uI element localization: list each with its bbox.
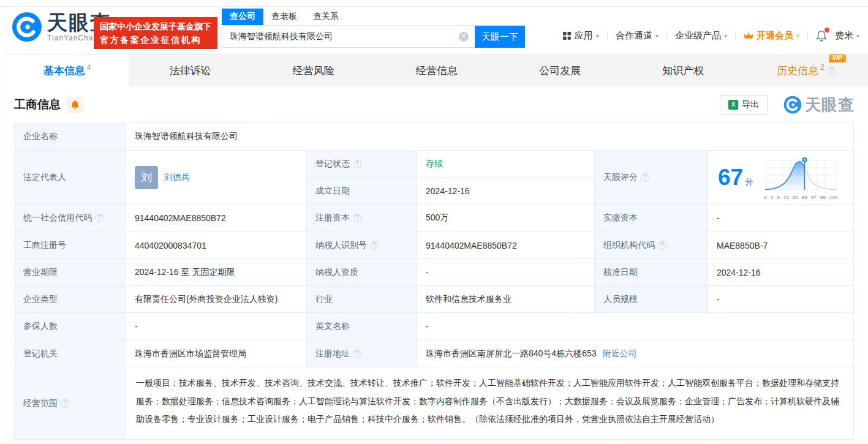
menu-apps[interactable]: 应用▾ xyxy=(562,30,599,42)
value-legal-rep: 刘 刘德兵 xyxy=(126,151,307,205)
vip-badge: VIP xyxy=(829,54,846,62)
chart-x-axis-ticks: 0131550859799100 xyxy=(764,195,837,200)
tianyancha-logo-icon xyxy=(12,12,42,42)
company-nav-tabs: 基本信息4 法律诉讼 经营风险 经营信息 公司发展 知识产权 历史信息2 ? V… xyxy=(6,54,868,87)
label-paid-capital: 实缴资本 xyxy=(595,205,708,232)
label-staff-size: 人员规模 xyxy=(595,286,708,313)
notifications-bell[interactable] xyxy=(816,30,827,42)
tab-intellectual-property[interactable]: 知识产权 xyxy=(622,55,745,87)
bell-curve-chart xyxy=(764,157,837,192)
tab-business-info[interactable]: 经营信息 xyxy=(375,55,498,87)
page-bottom-divider xyxy=(5,440,868,440)
certification-line2: 官方备案企业征信机构 xyxy=(100,33,211,47)
search-button[interactable]: 天眼一下 xyxy=(475,26,525,48)
tianyancha-watermark: 天眼查 xyxy=(783,94,855,116)
value-paid-capital: - xyxy=(708,205,854,232)
chevron-down-icon: ▾ xyxy=(796,32,799,39)
label-reg-status: 登记状态? xyxy=(307,151,417,178)
section-title: 工商信息 xyxy=(14,97,61,113)
tab-company-development[interactable]: 公司发展 xyxy=(499,55,622,87)
label-business-scope: 经营范围? xyxy=(15,367,126,440)
value-credit-code: 91440402MAE8850B72 xyxy=(126,205,307,232)
export-button[interactable]: X 导出 xyxy=(720,95,768,115)
value-reg-capital: 500万 xyxy=(417,205,595,232)
tab-business-risk[interactable]: 经营风险 xyxy=(252,55,375,87)
label-english-name: 英文名称 xyxy=(307,313,417,341)
value-taxpayer-quality: - xyxy=(417,259,595,286)
help-icon[interactable]: ? xyxy=(95,214,104,222)
help-icon[interactable]: ? xyxy=(641,173,649,182)
chevron-down-icon: ▾ xyxy=(596,32,599,39)
help-icon[interactable]: ? xyxy=(353,350,361,358)
help-icon[interactable]: ? xyxy=(828,67,836,75)
tab-basic-info[interactable]: 基本信息4 xyxy=(6,55,129,87)
value-reg-status: 存续 xyxy=(417,151,594,178)
label-legal-rep: 法定代表人 xyxy=(15,151,126,205)
menu-divider xyxy=(807,31,808,40)
value-company-type: 有限责任公司(外商投资企业法人独资) xyxy=(126,286,307,313)
label-industry: 行业 xyxy=(307,286,417,313)
label-company-type: 企业类型 xyxy=(15,286,126,313)
value-business-term: 2024-12-16 至 无固定期限 xyxy=(126,259,307,286)
help-icon[interactable]: ? xyxy=(353,160,361,168)
subscribe-bell-button[interactable] xyxy=(67,97,83,113)
label-reg-capital: 注册资本? xyxy=(307,205,417,232)
label-org-code: 组织机构代码? xyxy=(595,232,708,259)
help-icon[interactable]: ? xyxy=(353,214,361,222)
bell-icon xyxy=(70,100,80,110)
chevron-down-icon: ▾ xyxy=(724,32,727,39)
label-reg-authority: 登记机关 xyxy=(15,341,126,367)
clear-search-icon[interactable]: × xyxy=(459,32,469,42)
value-company-name: 珠海智谱领航科技有限公司 xyxy=(126,123,854,151)
tab-count: 4 xyxy=(87,63,91,72)
certification-line1: 国家中小企业发展子基金旗下 xyxy=(100,20,211,33)
menu-enterprise-products[interactable]: 企业级产品▾ xyxy=(675,30,727,42)
menu-open-vip[interactable]: 开通会员▾ xyxy=(744,30,799,42)
value-reg-address: 珠海市香洲区南屏屏北一路840号4栋六楼653 附近公司 xyxy=(417,341,854,367)
menu-user[interactable]: 费米▾ xyxy=(835,30,859,42)
help-icon[interactable]: ? xyxy=(370,241,379,250)
excel-icon: X xyxy=(728,100,738,110)
nearby-companies-link[interactable]: 附近公司 xyxy=(603,348,637,359)
certification-badge: 国家中小企业发展子基金旗下 官方备案企业征信机构 xyxy=(94,17,217,49)
score-number: 67 xyxy=(718,166,743,189)
tianyancha-watermark-icon xyxy=(783,96,802,114)
label-company-name: 企业名称 xyxy=(15,123,126,151)
search-input[interactable] xyxy=(222,26,475,48)
legal-rep-avatar[interactable]: 刘 xyxy=(135,166,158,189)
search-block: 查公司 查老板 查关系 × 天眼一下 xyxy=(222,9,525,48)
menu-divider xyxy=(666,31,667,40)
label-credit-code: 统一社会信用代码? xyxy=(15,205,126,232)
legal-rep-link[interactable]: 刘德兵 xyxy=(164,172,190,183)
site-header: 天眼查 TianYanCha.com 国家中小企业发展子基金旗下 官方备案企业征… xyxy=(6,7,868,54)
value-industry: 软件和信息技术服务业 xyxy=(417,286,595,313)
value-business-scope: 一般项目：技术服务、技术开发、技术咨询、技术交流、技术转让、技术推广；软件开发；… xyxy=(126,367,854,440)
value-english-name: - xyxy=(417,313,854,341)
value-staff-size: - xyxy=(708,286,854,313)
help-icon[interactable]: ? xyxy=(658,241,666,250)
score-distribution-chart: 0131550859799100 xyxy=(764,157,837,200)
chevron-down-icon: ▾ xyxy=(655,32,659,39)
label-approval-date: 核准日期 xyxy=(595,259,708,286)
label-insured-count: 参保人数 xyxy=(15,313,126,341)
value-tianyan-score: 67 分 xyxy=(708,151,854,205)
search-tab-company[interactable]: 查公司 xyxy=(222,9,263,25)
help-icon[interactable]: ? xyxy=(61,399,69,408)
section-header: 工商信息 X 导出 天眼查 xyxy=(6,87,868,122)
search-tab-relation[interactable]: 查关系 xyxy=(305,9,347,25)
label-taxpayer-id: 纳税人识别号? xyxy=(307,232,417,259)
value-reg-authority: 珠海市香洲区市场监督管理局 xyxy=(126,341,307,367)
search-tab-boss[interactable]: 查老板 xyxy=(263,9,305,25)
tab-legal-litigation[interactable]: 法律诉讼 xyxy=(129,55,252,87)
business-info-table: 企业名称 珠海智谱领航科技有限公司 法定代表人 刘 刘德兵 登记状态? 成立日期… xyxy=(14,122,854,440)
tab-count: 2 xyxy=(820,63,825,72)
label-reg-number: 工商注册号 xyxy=(15,232,126,259)
chevron-down-icon: ▾ xyxy=(856,32,859,39)
score-unit: 分 xyxy=(745,176,753,187)
label-business-term: 营业期限 xyxy=(15,259,126,286)
search-tabs: 查公司 查老板 查关系 xyxy=(222,9,525,26)
value-org-code: MAE8850B-7 xyxy=(708,232,854,259)
tab-history-info[interactable]: 历史信息2 ? VIP xyxy=(745,55,868,87)
value-taxpayer-id: 91440402MAE8850B72 xyxy=(417,232,595,259)
menu-partner-channel[interactable]: 合作通道▾ xyxy=(616,30,659,42)
